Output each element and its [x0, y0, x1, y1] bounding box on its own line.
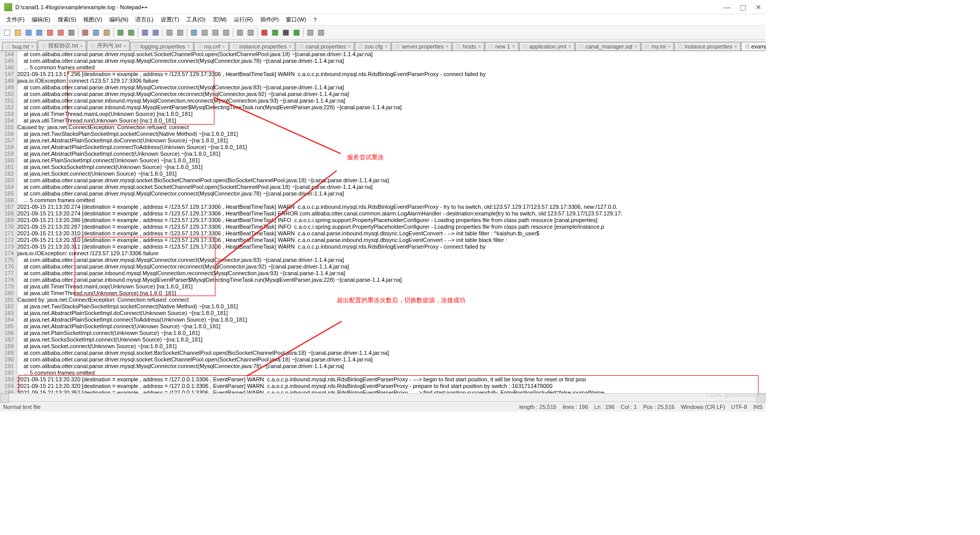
code-line[interactable]: java.io.IOException: connect /123.57.129… — [17, 78, 766, 84]
minimize-button[interactable]: — — [723, 3, 730, 11]
tab[interactable]: instance.properties× — [674, 42, 740, 51]
tab[interactable]: logging.properties× — [130, 42, 193, 51]
tab[interactable]: canal.properties× — [296, 42, 354, 51]
code-line[interactable]: at java.net.AbstractPlainSocketImpl.conn… — [17, 323, 766, 330]
menu-item[interactable]: 运行(R) — [231, 15, 256, 25]
code-line[interactable]: at java.util.TimerThread.mainLoop(Unknow… — [17, 111, 766, 117]
copy-icon[interactable] — [91, 28, 101, 38]
tab[interactable]: application.yml× — [519, 42, 575, 51]
code-line[interactable]: at com.alibaba.otter.canal.parse.driver.… — [17, 177, 766, 184]
code-line[interactable]: 2021-09-15 21:13:20.274 [destination = e… — [17, 204, 766, 210]
code-line[interactable]: at com.alibaba.otter.canal.parse.inbound… — [17, 104, 766, 111]
code-line[interactable]: at java.net.PlainSocketImpl.connect(Unkn… — [17, 330, 766, 336]
save-all-icon[interactable] — [34, 28, 44, 38]
close-tab-icon[interactable]: × — [734, 44, 737, 49]
code-line[interactable]: at java.net.AbstractPlainSocketImpl.doCo… — [17, 310, 766, 317]
code-line[interactable]: at com.alibaba.otter.canal.parse.driver.… — [17, 91, 766, 98]
code-line[interactable]: at com.alibaba.otter.canal.parse.driver.… — [17, 356, 766, 363]
code-line[interactable]: at java.net.AbstractPlainSocketImpl.conn… — [17, 151, 766, 157]
maximize-button[interactable]: ▢ — [740, 3, 746, 11]
code-line[interactable]: at com.alibaba.otter.canal.parse.driver.… — [17, 84, 766, 91]
macro-run-icon[interactable] — [291, 28, 302, 38]
monitor-icon[interactable] — [305, 28, 315, 38]
save-icon[interactable] — [23, 28, 34, 38]
code-line[interactable]: 2021-09-15 21:13:20.352 [destination = e… — [17, 390, 766, 393]
code-line[interactable]: ... 5 common frames omitted — [17, 197, 766, 204]
horizontal-scrollbar[interactable] — [0, 393, 766, 401]
code-line[interactable]: at com.alibaba.otter.canal.parse.driver.… — [17, 363, 766, 370]
cut-icon[interactable] — [80, 28, 90, 38]
code-line[interactable]: 2021-09-15 21:13:20.320 [destination = e… — [17, 383, 766, 390]
code-line[interactable]: at com.alibaba.otter.canal.parse.driver.… — [17, 184, 766, 190]
code-line[interactable]: at java.net.AbstractPlainSocketImpl.conn… — [17, 144, 766, 151]
code-line[interactable]: 2021-09-15 21:13:20.274 [destination = e… — [17, 210, 766, 217]
code-line[interactable]: at java.net.SocksSocketImpl.connect(Unkn… — [17, 336, 766, 343]
zoom-in-icon[interactable] — [164, 28, 175, 38]
tab[interactable]: my.cnf× — [194, 42, 229, 51]
menu-item[interactable]: 编辑(E) — [29, 15, 54, 25]
code-line[interactable]: at com.alibaba.otter.canal.parse.driver.… — [17, 51, 766, 58]
close-tab-icon[interactable]: × — [124, 43, 126, 48]
menu-item[interactable]: 语言(L) — [132, 15, 156, 25]
close-icon[interactable] — [45, 28, 55, 38]
replace-icon[interactable] — [151, 28, 161, 38]
code-line[interactable]: at java.net.TwoStacksPlainSocketImpl.soc… — [17, 131, 766, 137]
code-line[interactable]: at com.alibaba.otter.canal.parse.driver.… — [17, 190, 766, 197]
tab[interactable]: example.log× — [741, 42, 766, 51]
unfold-icon[interactable] — [246, 28, 256, 38]
close-tab-icon[interactable]: × — [512, 44, 514, 49]
code-line[interactable]: at java.net.PlainSocketImpl.connect(Unkn… — [17, 157, 766, 164]
code-line[interactable]: 2021-09-15 21:13:20.311 [destination = e… — [17, 244, 766, 250]
close-tab-icon[interactable]: × — [385, 44, 387, 49]
code-line[interactable]: at java.util.TimerThread.run(Unknown Sou… — [17, 117, 766, 124]
zoom-out-icon[interactable] — [175, 28, 185, 38]
close-tab-icon[interactable]: × — [289, 44, 291, 49]
menu-item[interactable]: 插件(P) — [257, 15, 282, 25]
menu-item[interactable]: ? — [310, 16, 320, 24]
code-line[interactable]: at com.alibaba.otter.canal.parse.driver.… — [17, 263, 766, 270]
menu-item[interactable]: 搜索(S) — [55, 15, 80, 25]
macro-stop-icon[interactable] — [281, 28, 291, 38]
tab[interactable]: instance.properties× — [229, 42, 295, 51]
code-line[interactable]: at com.alibaba.otter.canal.parse.driver.… — [17, 350, 766, 356]
menu-item[interactable]: 宏(M) — [210, 15, 230, 25]
new-icon[interactable] — [2, 28, 12, 38]
paste-icon[interactable] — [102, 28, 112, 38]
all-chars-icon[interactable] — [210, 28, 220, 38]
close-tab-icon[interactable]: × — [478, 44, 481, 49]
indent-icon[interactable] — [221, 28, 231, 38]
code-line[interactable]: at java.net.Socket.connect(Unknown Sourc… — [17, 343, 766, 350]
menu-item[interactable]: 编码(N) — [106, 15, 131, 25]
code-line[interactable]: at com.alibaba.otter.canal.parse.driver.… — [17, 58, 766, 64]
tab[interactable]: my.ini× — [641, 42, 674, 51]
print-icon[interactable] — [66, 28, 77, 38]
code-line[interactable]: 2021-09-15 21:13:20.310 [destination = e… — [17, 230, 766, 237]
tab[interactable]: 授权协议.txt× — [38, 40, 86, 51]
tab[interactable]: hosts× — [452, 42, 484, 51]
code-line[interactable]: at com.alibaba.otter.canal.parse.inbound… — [17, 98, 766, 104]
close-tab-icon[interactable]: × — [446, 44, 448, 49]
close-tab-icon[interactable]: × — [668, 44, 670, 49]
code-line[interactable]: 2021-09-15 21:13:20.286 [destination = e… — [17, 217, 766, 224]
text-editor[interactable]: at com.alibaba.otter.canal.parse.driver.… — [17, 51, 766, 393]
code-line[interactable]: at com.alibaba.otter.canal.parse.inbound… — [17, 277, 766, 283]
code-line[interactable]: at java.util.TimerThread.mainLoop(Unknow… — [17, 283, 766, 290]
code-line[interactable]: java.io.IOException: connect /123.57.129… — [17, 250, 766, 257]
macro-rec-icon[interactable] — [259, 28, 270, 38]
code-line[interactable]: at java.net.Socket.connect(Unknown Sourc… — [17, 171, 766, 177]
code-line[interactable]: ... 5 common frames omitted — [17, 64, 766, 71]
doc-map-icon[interactable] — [316, 28, 326, 38]
menu-item[interactable]: 工具(O) — [183, 15, 209, 25]
close-all-icon[interactable] — [56, 28, 66, 38]
menu-item[interactable]: 窗口(W) — [283, 15, 309, 25]
close-tab-icon[interactable]: × — [348, 44, 350, 49]
code-line[interactable]: 2021-09-15 21:13:20.310 [destination = e… — [17, 237, 766, 244]
code-line[interactable]: at com.alibaba.otter.canal.parse.driver.… — [17, 257, 766, 263]
menu-item[interactable]: 文件(F) — [3, 15, 28, 25]
close-tab-icon[interactable]: × — [31, 44, 34, 49]
code-line[interactable]: at java.net.AbstractPlainSocketImpl.doCo… — [17, 137, 766, 144]
tab[interactable]: 序列号.txt× — [87, 40, 130, 51]
code-line[interactable]: ... 5 common frames omitted — [17, 370, 766, 376]
close-tab-icon[interactable]: × — [634, 44, 637, 49]
open-icon[interactable] — [13, 28, 23, 38]
